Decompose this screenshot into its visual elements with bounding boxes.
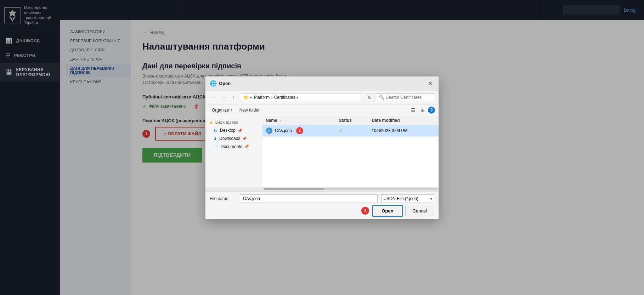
search-box: 🔍 (376, 93, 435, 101)
scrollbar-thumb (264, 188, 324, 190)
search-icon: 🔍 (379, 95, 384, 100)
quick-access-text: Quick access (215, 120, 238, 124)
file-icon: e (266, 127, 273, 134)
col-status[interactable]: Status (335, 116, 368, 125)
files-table: Name ↑ Status Date modified (262, 116, 439, 137)
dialog-files: Name ↑ Status Date modified (262, 116, 439, 187)
dialog-nav-bar: ← → ↑ 📁 « Platform › Certificates ▾ ↻ 🔍 (205, 91, 439, 104)
toolbar-right: ☰ ⊞ ? (409, 106, 435, 114)
documents-icon: 📄 (213, 144, 219, 149)
open-button[interactable]: Open (373, 206, 402, 216)
filetype-select[interactable]: JSON File (*.json) (381, 194, 434, 203)
file-status-cell: ✓ (335, 125, 368, 136)
view-list-button[interactable]: ☰ (409, 106, 417, 114)
status-check-icon: ✓ (339, 127, 343, 134)
pin-icon3: 📌 (244, 144, 249, 148)
dialog-overlay: 🌐 Open ✕ ← → ↑ 📁 « Platform › Certificat… (0, 0, 644, 295)
nav-up-button[interactable]: ↑ (230, 93, 237, 102)
scrollbar-container (205, 187, 439, 191)
help-button[interactable]: ? (428, 107, 435, 114)
step2-badge: 2 (296, 127, 303, 134)
folder-icon: 📁 (243, 95, 249, 100)
dialog-body: ★ Quick access 🖥 Desktop 📌 ⬇ Downloads 📌… (205, 116, 439, 187)
documents-label: Documents (221, 144, 242, 149)
file-dialog: 🌐 Open ✕ ← → ↑ 📁 « Platform › Certificat… (205, 76, 439, 219)
step3-badge: 3 (361, 207, 369, 215)
downloads-icon: ⬇ (213, 136, 217, 141)
nav-back-button[interactable]: ← (209, 93, 218, 102)
dialog-buttons-row: 3 Open Cancel (210, 206, 434, 216)
organize-button[interactable]: Organize ▾ (209, 106, 235, 114)
dialog-toolbar: Organize ▾ New folder ☰ ⊞ ? (205, 104, 439, 116)
filename-input[interactable] (240, 194, 378, 203)
file-name: CAs.json (275, 128, 292, 133)
sidebar-desktop[interactable]: 🖥 Desktop 📌 (205, 126, 262, 135)
filename-label: File name: (210, 196, 236, 201)
path-separator2: › (271, 95, 272, 100)
organize-label: Organize (212, 108, 229, 113)
desktop-icon: 🖥 (213, 128, 218, 133)
organize-dropdown-icon: ▾ (231, 108, 232, 112)
dialog-close-button[interactable]: ✕ (426, 79, 434, 88)
search-input[interactable] (386, 95, 432, 100)
path-separator1: « (250, 95, 253, 100)
toolbar-left: Organize ▾ New folder (209, 106, 262, 114)
path-dropdown-button[interactable]: ▾ (296, 96, 298, 100)
path-refresh-button[interactable]: ↻ (365, 93, 374, 102)
svg-text:e: e (268, 129, 270, 133)
dialog-title-left: 🌐 Open (210, 80, 231, 87)
new-folder-button[interactable]: New folder (237, 106, 262, 114)
filename-row: File name: JSON File (*.json) ▾ (210, 194, 434, 203)
sort-arrow: ↑ (279, 119, 281, 123)
pin-icon: 📌 (238, 129, 242, 132)
col-name[interactable]: Name ↑ (262, 116, 335, 125)
filetype-wrapper: JSON File (*.json) ▾ (381, 194, 434, 203)
scrollbar-track[interactable] (264, 188, 437, 190)
desktop-label: Desktop (220, 128, 236, 133)
new-folder-label: New folder (239, 108, 260, 113)
path-subfolder: Certificates (274, 95, 295, 100)
dialog-sidebar: ★ Quick access 🖥 Desktop 📌 ⬇ Downloads 📌… (205, 116, 262, 187)
sidebar-documents[interactable]: 📄 Documents 📌 (205, 143, 262, 151)
star-icon: ★ (209, 120, 213, 125)
view-grid-button[interactable]: ⊞ (419, 106, 426, 114)
cancel-button[interactable]: Cancel (405, 206, 434, 216)
path-bar: 📁 « Platform › Certificates ▾ (240, 93, 362, 102)
dialog-title-icon: 🌐 (210, 80, 217, 87)
dialog-footer: File name: JSON File (*.json) ▾ 3 Open C… (205, 191, 439, 219)
nav-forward-button[interactable]: → (220, 93, 229, 102)
pin-icon2: 📌 (242, 137, 247, 141)
sidebar-downloads[interactable]: ⬇ Downloads 📌 (205, 135, 262, 143)
quick-access-label[interactable]: ★ Quick access (205, 118, 262, 126)
col-date[interactable]: Date modified (368, 116, 439, 125)
open-btn-wrapper: 3 Open (361, 206, 402, 216)
dialog-title-text: Open (219, 81, 231, 86)
file-name-cell: e CAs.json 2 (262, 125, 335, 136)
dialog-titlebar: 🌐 Open ✕ (205, 76, 439, 91)
file-date-cell: 10/6/2023 3:09 PM (368, 125, 439, 136)
downloads-label: Downloads (219, 136, 240, 141)
table-row[interactable]: e CAs.json 2 ✓ 10/6/2023 3:09 PM (262, 125, 439, 136)
path-folder: Platform (254, 95, 270, 100)
